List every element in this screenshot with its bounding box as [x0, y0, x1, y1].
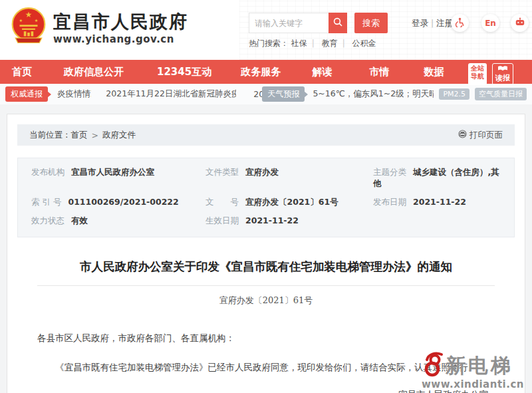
authoritative-report-badge[interactable]: 权威通报 — [5, 86, 48, 102]
meta-publish-date: 发布日期2021-11-22 — [373, 197, 501, 208]
read-newspaper-label: 读报 — [495, 73, 510, 83]
nav-item-city-info[interactable]: 市情 — [369, 66, 389, 78]
nav-item-services[interactable]: 政务服务 — [241, 66, 281, 78]
svg-text:★: ★ — [25, 10, 32, 19]
meta-label: 文 号 — [205, 197, 239, 207]
login-link[interactable]: 登录 — [412, 18, 428, 28]
meta-value: 宜昌市人民政府办公室 — [71, 167, 154, 177]
weather-forecast-badge[interactable]: 天气预报 — [262, 86, 305, 102]
meta-label: 发布机构 — [31, 167, 65, 177]
svg-text:★: ★ — [35, 18, 39, 23]
air-quality-badge[interactable]: 空气质量日报 — [475, 88, 527, 100]
nav-item-interpretation[interactable]: 解读 — [312, 66, 332, 78]
meta-topic-category: 主题分类城乡建设（含住房）,其他 — [373, 167, 501, 190]
print-page-button[interactable]: 打印页面 — [458, 130, 503, 141]
meta-file-type: 文件类型宜府办发 — [205, 167, 373, 190]
document-number: 宜府办发〔2021〕61号 — [17, 295, 515, 307]
title-divider — [37, 285, 495, 286]
document-title: 市人民政府办公室关于印发《宜昌市既有住宅加装电梯管理办法》的通知 — [17, 259, 515, 275]
accessibility-button[interactable] — [451, 14, 469, 32]
breadcrumb-label: 当前位置： — [29, 130, 71, 141]
hot-search: 热门搜索： 社保| 教育| 公积金 — [249, 38, 376, 49]
nav-item-info-disclosure[interactable]: 政府信息公开 — [64, 66, 124, 78]
meta-index-number: 索 引 号011100269/2021-00222 — [31, 197, 205, 208]
robot-icon — [515, 17, 525, 29]
english-icon: En — [485, 19, 496, 28]
search-bar: 搜索 — [249, 13, 388, 33]
hot-search-item-gongjijin[interactable]: 公积金 — [352, 39, 376, 48]
meta-value: 2021-11-22 — [413, 197, 466, 207]
site-map-label-line2: 导航 — [471, 72, 484, 80]
meta-label: 文件类型 — [205, 167, 239, 177]
national-emblem-icon: ★ ★ ★ — [11, 7, 47, 49]
print-page-label: 打印页面 — [469, 130, 503, 141]
breadcrumb-separator: > — [92, 130, 98, 140]
meta-label: 效力状态 — [31, 215, 65, 225]
ticker-news-item[interactable]: 2021年11月22日湖北省新冠肺炎疫情情况 — [106, 88, 236, 100]
meta-label: 发布日期 — [373, 197, 406, 207]
meta-label: 生效日期 — [205, 215, 239, 225]
document-body: 各县市区人民政府，市政府各部门、各直属机构： 《宜昌市既有住宅加装电梯管理办法》… — [17, 330, 515, 393]
search-icon — [333, 17, 342, 29]
site-map-label-line1: 全站 — [471, 65, 484, 72]
open-book-icon — [495, 65, 510, 73]
meta-label: 主题分类 — [373, 167, 406, 177]
hot-search-label: 热门搜索： — [249, 39, 289, 48]
breadcrumb: 当前位置： 首页 > 政府文件 打印页面 — [17, 124, 515, 146]
svg-text:★: ★ — [19, 18, 23, 23]
ticker-news-item-next[interactable]: 20 — [253, 89, 262, 99]
meta-value: 2021-11-22 — [245, 215, 299, 225]
search-input[interactable] — [249, 13, 329, 33]
site-header: ★ ★ ★ 宜昌市人民政府 www.yichang.gov.cn — [0, 0, 532, 60]
weather-text: 5~16℃，偏东风1~2级；明天晴到 — [313, 88, 434, 100]
nav-item-data[interactable]: 数据 — [424, 66, 444, 78]
document-paragraph: 《宜昌市既有住宅加装电梯管理办法》已经市人民政府同意，现印发给你们，请结合实际，… — [37, 360, 495, 374]
printer-icon — [458, 130, 467, 140]
hot-search-item-jiaoyu[interactable]: 教育 — [322, 39, 338, 48]
site-logo[interactable]: ★ ★ ★ 宜昌市人民政府 www.yichang.gov.cn — [11, 7, 188, 49]
hot-separator: | — [312, 39, 315, 48]
meta-empty-cell — [373, 215, 501, 227]
pm25-badge[interactable]: PM2.5 — [439, 88, 469, 100]
document-signature: 宜昌市人民政府办公室 — [37, 387, 495, 393]
site-title: 宜昌市人民政府 — [53, 11, 188, 33]
nav-item-12345[interactable]: 12345互动 — [157, 66, 211, 78]
english-version-button[interactable]: En — [481, 14, 499, 32]
meta-value: 宜府办发 — [245, 167, 279, 177]
main-navigation: 首页 政府信息公开 12345互动 政务服务 解读 市情 数据 全站 导航 读报 — [0, 60, 532, 84]
ticker-news-item-partial[interactable]: 炎疫情情况 — [57, 88, 91, 100]
document-salutation: 各县市区人民政府，市政府各部门、各直属机构： — [37, 330, 495, 345]
meta-value: 有效 — [71, 215, 88, 225]
wheelchair-icon — [455, 17, 465, 29]
meta-validity-status: 效力状态有效 — [31, 215, 205, 227]
search-button[interactable]: 搜索 — [354, 13, 388, 33]
account-separator: | — [431, 18, 434, 28]
smart-assistant-button[interactable] — [511, 14, 529, 32]
news-ticker: 权威通报 炎疫情情况 2021年11月22日湖北省新冠肺炎疫情情况 20 天气预… — [0, 84, 532, 104]
hot-search-item-shebao[interactable]: 社保 — [291, 39, 307, 48]
nav-item-home[interactable]: 首页 — [12, 66, 32, 78]
meta-document-number: 文 号宜府办发〔2021〕61号 — [205, 197, 373, 208]
meta-effective-date: 生效日期2021-11-22 — [205, 215, 373, 227]
site-map-button[interactable]: 全站 导航 — [468, 63, 487, 85]
content-card: 当前位置： 首页 > 政府文件 打印页面 发布机构宜昌市人民政府办公室 文件类型… — [7, 114, 525, 393]
search-icon-button[interactable] — [329, 13, 347, 33]
meta-label: 索 引 号 — [31, 197, 61, 207]
meta-issuing-agency: 发布机构宜昌市人民政府办公室 — [31, 167, 205, 190]
breadcrumb-home-link[interactable]: 首页 — [71, 130, 88, 141]
breadcrumb-current: 政府文件 — [102, 130, 136, 141]
hot-separator: | — [342, 39, 345, 48]
meta-value: 011100269/2021-00222 — [68, 197, 178, 207]
account-links: 登录|注册 — [412, 18, 453, 29]
site-url: www.yichang.gov.cn — [53, 33, 188, 45]
meta-value: 宜府办发〔2021〕61号 — [245, 197, 338, 207]
document-metadata: 发布机构宜昌市人民政府办公室 文件类型宜府办发 主题分类城乡建设（含住房）,其他… — [17, 158, 515, 237]
read-newspaper-button[interactable]: 读报 — [492, 63, 513, 85]
